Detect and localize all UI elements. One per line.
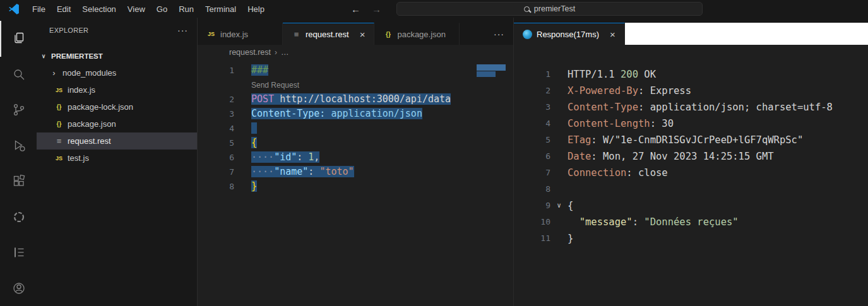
tabbar-right: Response(17ms) × <box>514 18 868 45</box>
minimap[interactable] <box>477 63 508 139</box>
file-item-package.json[interactable]: {}package.json <box>37 115 197 132</box>
activity-outline[interactable] <box>0 235 37 271</box>
code-token: ### <box>251 64 268 76</box>
text-selection: Content-Type: application/json <box>251 108 422 119</box>
code-token: 200 <box>621 69 638 80</box>
close-icon[interactable]: × <box>610 29 615 40</box>
activity-search[interactable] <box>0 57 37 93</box>
code-line: 7····"name": "toto" <box>198 165 513 179</box>
fold-chevron-icon[interactable]: ∨ <box>550 197 568 214</box>
code-line: 9∨{ <box>514 197 868 214</box>
file-label: node_modules <box>62 68 116 78</box>
code-text: X-Powered-By: Express <box>568 83 691 99</box>
tab-request.rest[interactable]: ≡request.rest× <box>283 23 374 45</box>
menu-run[interactable]: Run <box>173 4 199 14</box>
tab-index.js[interactable]: JSindex.js <box>198 23 283 45</box>
close-icon[interactable]: × <box>360 29 366 40</box>
file-item-node_modules[interactable]: ›node_modules <box>37 64 197 81</box>
files-icon <box>11 31 27 46</box>
code-text: POST http://localhost:3000/api/data <box>251 92 451 107</box>
line-number: 8 <box>514 181 550 197</box>
menu-go[interactable]: Go <box>151 4 173 14</box>
workbench: EXPLORER ··· ∨ PREMIERTEST ›node_modules… <box>0 18 868 306</box>
tab-label: Response(17ms) <box>537 30 599 39</box>
code-token: } <box>251 180 257 192</box>
command-center-search[interactable]: premierTest <box>396 2 703 16</box>
line-number: 6 <box>198 150 234 165</box>
code-token: X-Powered-By <box>568 85 638 97</box>
project-name: PREMIERTEST <box>51 52 103 60</box>
response-editor[interactable]: 1HTTP/1.1 200 OK2X-Powered-By: Express3C… <box>514 45 868 306</box>
tab-package.json[interactable]: {}package.json <box>374 23 460 45</box>
code-text: } <box>251 179 257 194</box>
file-item-index.js[interactable]: JSindex.js <box>37 81 197 98</box>
file-item-test.js[interactable]: JStest.js <box>37 150 197 167</box>
code-text: "message": "Données reçues" <box>568 214 739 230</box>
code-token: "toto" <box>319 166 354 177</box>
file-item-request.rest[interactable]: ≡request.rest <box>37 132 197 150</box>
code-token: ETag <box>568 134 591 146</box>
json-file-icon: {} <box>383 31 393 38</box>
menu-edit[interactable]: Edit <box>51 4 76 14</box>
line-number: 3 <box>514 99 550 115</box>
text-selection: POST http://localhost:3000/api/data <box>251 93 451 105</box>
json-file-icon: {} <box>54 121 64 127</box>
code-token: : application/json; charset=utf-8 <box>638 102 833 113</box>
code-token <box>251 122 257 134</box>
code-text: HTTP/1.1 200 OK <box>568 66 656 83</box>
editor-more-actions-button[interactable]: ··· <box>494 29 504 39</box>
code-line: 5{ <box>198 136 513 150</box>
code-line: 1HTTP/1.1 200 OK <box>514 66 868 83</box>
account-icon <box>11 281 27 296</box>
breadcrumb: request.rest › … <box>198 45 513 60</box>
nav-back-button[interactable]: ← <box>351 4 360 15</box>
text-selection: { <box>251 137 257 148</box>
minimap-selection-block <box>477 64 506 71</box>
code-line: 7Connection: close <box>514 165 868 181</box>
breadcrumb-file[interactable]: request.rest <box>229 48 271 57</box>
code-text: Content-Type: application/json <box>251 107 422 121</box>
code-token: Content-Length <box>568 118 650 129</box>
explorer-more-actions-button[interactable]: ··· <box>177 25 188 35</box>
tab-response[interactable]: Response(17ms) × <box>514 23 625 45</box>
file-item-package-lock.json[interactable]: {}package-lock.json <box>37 98 197 115</box>
nav-forward-button[interactable]: → <box>372 4 381 15</box>
file-label: package.json <box>68 119 116 129</box>
code-token: "id" <box>274 151 297 163</box>
chatgpt-icon <box>11 209 27 225</box>
code-text: ····"name": "toto" <box>251 165 354 179</box>
menu-terminal[interactable]: Terminal <box>199 4 242 14</box>
activity-explorer[interactable] <box>0 21 37 57</box>
code-token: Content-Type <box>568 102 638 113</box>
project-section-header[interactable]: ∨ PREMIERTEST <box>37 48 197 64</box>
code-token: "Données reçues" <box>644 216 738 228</box>
activity-account[interactable] <box>0 271 37 306</box>
breadcrumb-more[interactable]: … <box>281 48 289 57</box>
line-number: 9 <box>514 197 550 214</box>
js-file-icon: JS <box>54 155 64 162</box>
menu-selection[interactable]: Selection <box>76 4 121 14</box>
code-token: : 30 <box>650 118 674 129</box>
activity-source-control[interactable] <box>0 92 37 128</box>
text-selection <box>251 122 257 134</box>
code-line: 10 "message": "Données reçues" <box>514 214 868 230</box>
code-token: OK <box>638 69 656 80</box>
activity-chatgpt[interactable] <box>0 199 37 235</box>
menu-view[interactable]: View <box>122 4 151 14</box>
code-text: ····"id": 1, <box>251 150 319 165</box>
code-token: Content-Type: <box>251 108 325 119</box>
activity-run-and-debug[interactable] <box>0 128 37 164</box>
chevron-right-icon: › <box>49 68 59 78</box>
code-token: : close <box>626 167 667 179</box>
activity-extensions[interactable] <box>0 163 37 199</box>
menu-file[interactable]: File <box>27 4 51 14</box>
tab-label: index.js <box>220 30 248 39</box>
editor-group-left: JSindex.js≡request.rest×{}package.json ·… <box>198 18 513 306</box>
codelens-send-request[interactable]: Send Request <box>251 81 299 90</box>
code-line: 11} <box>514 230 868 247</box>
request-editor[interactable]: 1###Send Request2POST http://localhost:3… <box>198 60 513 306</box>
code-token: application/json <box>331 108 422 119</box>
code-text: ### <box>251 63 268 78</box>
rest-file-icon: ≡ <box>292 30 301 39</box>
menu-help[interactable]: Help <box>242 4 270 14</box>
